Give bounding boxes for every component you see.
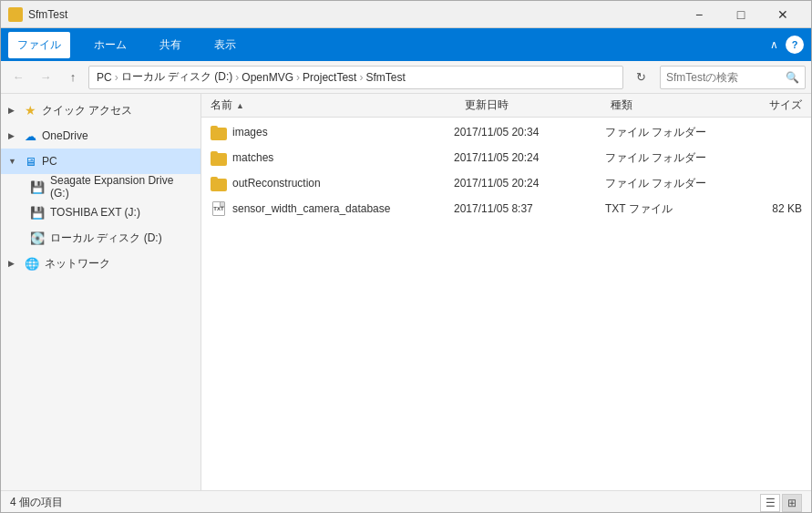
view-buttons: ☰ ⊞ xyxy=(760,494,802,512)
up-button[interactable]: ↑ xyxy=(61,66,85,89)
breadcrumb-projecttest: ProjectTest xyxy=(303,71,356,84)
ribbon-collapse-icon[interactable]: ∧ xyxy=(770,38,778,51)
folder-icon xyxy=(211,175,227,191)
sidebar-label-localdisk: ローカル ディスク (D:) xyxy=(50,231,162,246)
col-header-size[interactable]: サイズ xyxy=(729,97,802,113)
table-row[interactable]: images 2017/11/05 20:34 ファイル フォルダー xyxy=(201,119,811,145)
table-row[interactable]: outReconstruction 2017/11/05 20:24 ファイル … xyxy=(201,170,811,196)
content-area: 名前 ▲ 更新日時 種類 サイズ images 2017/11/05 20:34… xyxy=(201,94,811,490)
file-name: matches xyxy=(232,151,448,164)
breadcrumb-localdisk: ローカル ディスク (D:) xyxy=(121,69,233,85)
onedrive-icon: ☁ xyxy=(25,129,36,143)
sidebar-item-quickaccess[interactable]: ▶ ★ クイック アクセス xyxy=(1,97,200,123)
sidebar-label-network: ネットワーク xyxy=(45,256,110,272)
file-type: TXT ファイル xyxy=(605,201,724,217)
sort-icon: ▲ xyxy=(236,101,244,110)
ribbon: ファイル ホーム 共有 表示 ∧ ? xyxy=(1,28,811,61)
file-date: 2017/11/05 8:37 xyxy=(454,202,600,215)
network-icon: 🌐 xyxy=(25,257,39,271)
folder-icon xyxy=(211,149,227,166)
star-icon: ★ xyxy=(25,103,36,118)
sidebar-label-quickaccess: クイック アクセス xyxy=(42,103,132,118)
tab-view[interactable]: 表示 xyxy=(205,32,245,58)
folder-icon xyxy=(8,7,23,22)
drive-icon-localdisk: 💽 xyxy=(30,231,45,245)
help-button[interactable]: ? xyxy=(786,36,804,54)
file-type: ファイル フォルダー xyxy=(605,176,724,191)
drive-icon-toshiba: 💾 xyxy=(30,206,45,220)
drive-icon-seagate: 💾 xyxy=(30,180,45,194)
breadcrumb-openmvg: OpenMVG xyxy=(242,71,293,84)
titlebar: SfmTest − □ ✕ xyxy=(1,1,811,28)
expand-icon-network: ▶ xyxy=(8,259,19,268)
sidebar-label-seagate: Seagate Expansion Drive (G:) xyxy=(50,174,193,200)
tab-home[interactable]: ホーム xyxy=(85,32,136,58)
sidebar-item-network[interactable]: ▶ 🌐 ネットワーク xyxy=(1,251,200,276)
breadcrumb-sep-3: › xyxy=(296,71,300,84)
close-button[interactable]: ✕ xyxy=(762,1,804,28)
titlebar-title: SfmTest xyxy=(28,8,67,21)
expand-icon-pc: ▼ xyxy=(8,157,19,166)
col-name-label: 名前 xyxy=(211,97,232,113)
tab-share[interactable]: 共有 xyxy=(150,32,190,58)
col-header-name[interactable]: 名前 ▲ xyxy=(211,97,465,113)
search-input[interactable] xyxy=(666,71,786,84)
address-bar[interactable]: PC › ローカル ディスク (D:) › OpenMVG › ProjectT… xyxy=(88,66,623,89)
file-date: 2017/11/05 20:24 xyxy=(454,151,600,164)
col-header-date[interactable]: 更新日時 xyxy=(465,97,611,113)
sidebar-item-toshiba[interactable]: 💾 TOSHIBA EXT (J:) xyxy=(1,200,200,225)
back-button[interactable]: ← xyxy=(6,66,30,89)
sidebar-item-seagate[interactable]: 💾 Seagate Expansion Drive (G:) xyxy=(1,174,200,200)
table-row[interactable]: matches 2017/11/05 20:24 ファイル フォルダー xyxy=(201,145,811,170)
statusbar: 4 個の項目 ☰ ⊞ xyxy=(1,490,811,513)
search-bar[interactable]: 🔍 xyxy=(660,66,806,89)
file-date: 2017/11/05 20:34 xyxy=(454,126,600,139)
details-view-button[interactable]: ☰ xyxy=(760,494,780,512)
file-size: 82 KB xyxy=(729,202,802,215)
breadcrumb-sfmtest: SfmTest xyxy=(365,71,405,84)
breadcrumb-sep-2: › xyxy=(235,71,239,84)
minimize-button[interactable]: − xyxy=(678,1,720,28)
file-name: images xyxy=(232,126,448,139)
maximize-button[interactable]: □ xyxy=(720,1,762,28)
expand-icon: ▶ xyxy=(8,106,19,115)
txt-file-icon: TXT xyxy=(211,200,227,217)
file-date: 2017/11/05 20:24 xyxy=(454,177,600,190)
tab-file[interactable]: ファイル xyxy=(8,32,70,58)
sidebar-item-pc[interactable]: ▼ 🖥 PC xyxy=(1,149,200,174)
titlebar-left: SfmTest xyxy=(8,7,67,22)
file-type: ファイル フォルダー xyxy=(605,125,724,140)
sidebar-label-toshiba: TOSHIBA EXT (J:) xyxy=(50,206,140,219)
toolbar: ← → ↑ PC › ローカル ディスク (D:) › OpenMVG › Pr… xyxy=(1,61,811,94)
refresh-button[interactable]: ↻ xyxy=(629,66,653,89)
breadcrumb-pc: PC xyxy=(97,71,112,84)
column-headers: 名前 ▲ 更新日時 種類 サイズ xyxy=(201,94,811,118)
ribbon-right: ∧ ? xyxy=(770,36,804,54)
expand-icon-onedrive: ▶ xyxy=(8,131,19,140)
file-type: ファイル フォルダー xyxy=(605,150,724,166)
sidebar-item-localdisk[interactable]: 💽 ローカル ディスク (D:) xyxy=(1,225,200,251)
pc-icon: 🖥 xyxy=(25,155,36,169)
breadcrumb-sep-4: › xyxy=(359,71,363,84)
file-name: outReconstruction xyxy=(232,177,448,190)
sidebar-label-onedrive: OneDrive xyxy=(42,129,88,142)
breadcrumb-sep-1: › xyxy=(115,71,118,84)
folder-icon xyxy=(211,124,227,140)
titlebar-controls: − □ ✕ xyxy=(678,1,804,28)
forward-button[interactable]: → xyxy=(34,66,57,89)
main-layout: ▶ ★ クイック アクセス ▶ ☁ OneDrive ▼ 🖥 PC 💾 Seag… xyxy=(1,94,811,490)
sidebar-item-onedrive[interactable]: ▶ ☁ OneDrive xyxy=(1,123,200,149)
sidebar: ▶ ★ クイック アクセス ▶ ☁ OneDrive ▼ 🖥 PC 💾 Seag… xyxy=(1,94,201,490)
sidebar-label-pc: PC xyxy=(42,155,57,168)
search-icon: 🔍 xyxy=(786,71,799,84)
col-header-type[interactable]: 種類 xyxy=(611,97,729,113)
file-list: images 2017/11/05 20:34 ファイル フォルダー match… xyxy=(201,118,811,490)
large-icons-view-button[interactable]: ⊞ xyxy=(782,494,802,512)
table-row[interactable]: TXT sensor_width_camera_database 2017/11… xyxy=(201,196,811,221)
item-count-label: 4 個の項目 xyxy=(10,495,63,510)
file-name: sensor_width_camera_database xyxy=(232,202,448,215)
